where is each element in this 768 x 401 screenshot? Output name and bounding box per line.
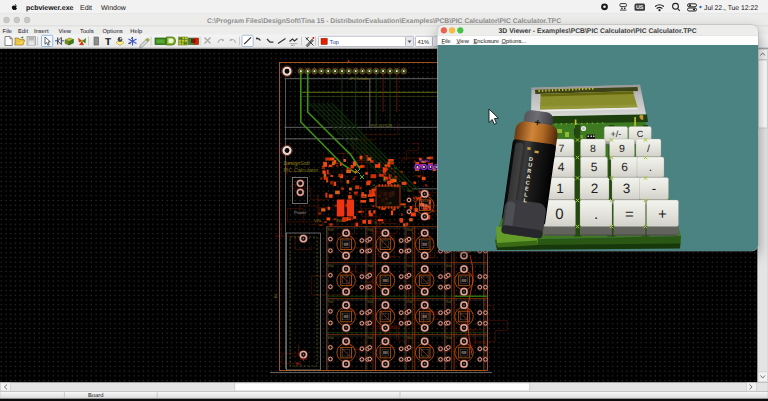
svg-text:5: 5 <box>591 160 598 174</box>
svg-text:B1: B1 <box>273 292 278 298</box>
svg-text:PIC16F628: PIC16F628 <box>371 123 393 128</box>
svg-text:0: 0 <box>555 206 563 223</box>
svg-text:SW: SW <box>446 264 452 268</box>
svg-text:SW: SW <box>328 300 334 304</box>
svg-text:Board: Board <box>88 392 103 399</box>
svg-text:6: 6 <box>621 160 628 174</box>
svg-text:SW: SW <box>446 300 452 304</box>
svg-text:Power: Power <box>294 210 307 215</box>
svg-text:SW: SW <box>367 336 373 340</box>
svg-text:SW: SW <box>446 336 452 340</box>
svg-text:Edit: Edit <box>18 28 28 35</box>
svg-text:41%: 41% <box>418 39 430 46</box>
svg-text:arc: arc <box>291 43 295 47</box>
svg-text:SW: SW <box>367 300 373 304</box>
svg-text:SW: SW <box>407 264 413 268</box>
svg-text:*: * <box>463 280 464 283</box>
svg-text:Help: Help <box>130 28 142 35</box>
svg-text:SW: SW <box>328 264 334 268</box>
svg-text:4: 4 <box>558 160 565 174</box>
svg-text:+/-: +/- <box>611 129 622 139</box>
svg-text:Options: Options <box>103 28 123 35</box>
svg-text:C: C <box>637 129 644 139</box>
svg-text:9: 9 <box>619 143 625 155</box>
svg-text:SW: SW <box>328 336 334 340</box>
svg-text:.: . <box>649 160 652 174</box>
svg-text:Enclosure: Enclosure <box>474 38 500 45</box>
svg-text:PIC Calculator: PIC Calculator <box>284 168 319 174</box>
svg-text:Top: Top <box>330 40 339 46</box>
svg-text:Window: Window <box>101 4 127 12</box>
svg-text:B1: B1 <box>296 361 302 366</box>
svg-text:VIN: VIN <box>314 218 321 223</box>
svg-text:US: US <box>636 5 644 11</box>
svg-text:SW: SW <box>328 228 334 232</box>
svg-text:JP1 header: JP1 header <box>349 76 370 81</box>
svg-text:Tools: Tools <box>80 28 94 35</box>
svg-text:C:\Program Files\DesignSoft\Ti: C:\Program Files\DesignSoft\Tina 15 - Di… <box>207 18 561 25</box>
svg-text:/: / <box>647 143 650 155</box>
svg-text:8: 8 <box>590 143 596 155</box>
svg-text:DesignSoft: DesignSoft <box>284 161 311 167</box>
svg-text:View: View <box>59 28 72 35</box>
svg-text:C: C <box>424 204 426 207</box>
svg-text:+: + <box>658 206 667 223</box>
svg-text:File: File <box>3 28 12 35</box>
svg-text:2: 2 <box>591 181 599 196</box>
svg-text:7: 7 <box>559 143 565 155</box>
svg-text:Jul 22., Tue 12:22: Jul 22., Tue 12:22 <box>704 5 758 12</box>
svg-text:SW: SW <box>407 189 413 193</box>
svg-text:-: - <box>652 181 657 196</box>
svg-text:SW: SW <box>367 264 373 268</box>
svg-text:SW: SW <box>367 228 373 232</box>
svg-text:SW: SW <box>407 336 413 340</box>
svg-text:3: 3 <box>623 181 631 196</box>
svg-text:1: 1 <box>556 181 564 196</box>
svg-text:RS232: RS232 <box>419 159 430 163</box>
svg-text:SW: SW <box>407 300 413 304</box>
svg-text:SW: SW <box>407 228 413 232</box>
svg-text:pcbviewer.exe: pcbviewer.exe <box>26 4 74 12</box>
svg-text:T: T <box>105 37 111 48</box>
svg-text:=: = <box>625 206 634 223</box>
svg-text:Edit: Edit <box>80 4 92 12</box>
svg-text:Insert: Insert <box>34 29 49 35</box>
svg-text:.: . <box>594 206 598 223</box>
svg-text:3D Viewer - Examples\PCB\PIC C: 3D Viewer - Examples\PCB\PIC Calculator\… <box>499 28 697 35</box>
